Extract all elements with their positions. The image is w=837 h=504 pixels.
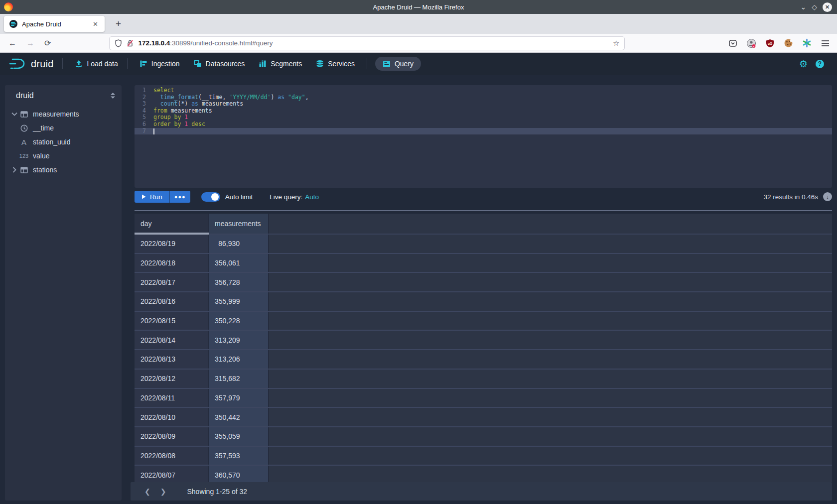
editor-line: 4from measurements (135, 108, 832, 115)
tree-item-label: station_uuid (33, 138, 71, 146)
auto-limit-toggle[interactable] (201, 192, 220, 202)
tree-item-label: value (33, 152, 49, 160)
cell-day[interactable]: 2022/08/09 (135, 427, 209, 446)
cell-day[interactable]: 2022/08/18 (135, 254, 209, 272)
cell-filler (269, 235, 832, 253)
run-button[interactable]: Run (135, 191, 169, 203)
bookmark-star-icon[interactable]: ☆ (613, 39, 619, 48)
forward-button[interactable]: → (23, 37, 38, 49)
run-bar: Run ●●● Auto limit Live query: Auto 32 r… (135, 189, 832, 204)
account-icon[interactable]: x (745, 37, 757, 49)
cell-measurements[interactable]: 357,979 (209, 389, 269, 407)
cell-day[interactable]: 2022/08/13 (135, 350, 209, 369)
minimize-icon[interactable]: ⌄ (800, 3, 806, 10)
datasources-icon (194, 60, 202, 68)
segments-icon (259, 60, 267, 68)
tree-item-station-uuid[interactable]: A station_uuid (5, 135, 122, 149)
cell-day[interactable]: 2022/08/07 (135, 466, 209, 482)
cell-day[interactable]: 2022/08/19 (135, 235, 209, 253)
url-text: 172.18.0.4:30899/unified-console.html#qu… (138, 39, 613, 47)
line-number: 6 (135, 121, 149, 128)
help-icon[interactable]: ? (816, 60, 824, 68)
cell-measurements[interactable]: 355,059 (209, 427, 269, 446)
cell-day[interactable]: 2022/08/10 (135, 408, 209, 426)
cell-measurements[interactable]: 355,999 (209, 292, 269, 311)
table-row: 2022/08/15350,228 (135, 312, 832, 331)
url-bar[interactable]: 172.18.0.4:30899/unified-console.html#qu… (109, 36, 625, 50)
number-type-icon: 123 (19, 153, 29, 159)
tree-item-stations[interactable]: stations (5, 163, 122, 177)
cell-measurements[interactable]: 86,930 (209, 235, 269, 253)
nav-item-segments[interactable]: Segments (259, 60, 302, 68)
cell-day[interactable]: 2022/08/12 (135, 370, 209, 388)
cell-measurements[interactable]: 315,682 (209, 370, 269, 388)
nav-item-datasources[interactable]: Datasources (194, 60, 245, 68)
column-header-day[interactable]: day (135, 214, 209, 234)
run-button-group: Run ●●● (135, 191, 190, 203)
auto-limit-label: Auto limit (225, 193, 253, 201)
cell-day[interactable]: 2022/08/14 (135, 331, 209, 349)
chevron-right-icon[interactable] (10, 167, 19, 173)
cell-measurements[interactable]: 350,442 (209, 408, 269, 426)
table-row: 2022/08/16355,999 (135, 292, 832, 312)
sorted-column-indicator (135, 233, 209, 235)
cell-measurements[interactable]: 350,228 (209, 312, 269, 330)
cell-measurements[interactable]: 360,570 (209, 466, 269, 482)
column-header-measurements[interactable]: measurements (209, 214, 269, 234)
maximize-icon[interactable]: ◇ (812, 3, 817, 10)
new-tab-button[interactable]: + (112, 18, 125, 29)
download-icon[interactable]: ↓ (823, 192, 832, 201)
settings-gear-icon[interactable]: ⚙ (799, 59, 808, 69)
schema-name: druid (16, 91, 34, 100)
live-query-value[interactable]: Auto (305, 193, 319, 201)
services-icon (316, 60, 324, 68)
cell-filler (269, 331, 832, 349)
nav-label: Query (395, 60, 414, 68)
prev-page-icon[interactable]: ❮ (140, 487, 155, 497)
cell-measurements[interactable]: 356,061 (209, 254, 269, 272)
table-icon (19, 111, 29, 118)
tab-close-icon[interactable]: ✕ (90, 19, 101, 29)
tree-item-measurements[interactable]: measurements (5, 107, 122, 121)
nav-item-query-active[interactable]: Query (375, 57, 421, 71)
cell-day[interactable]: 2022/08/11 (135, 389, 209, 407)
sort-icon[interactable] (110, 92, 116, 99)
containers-icon[interactable] (801, 37, 813, 49)
cell-day[interactable]: 2022/08/15 (135, 312, 209, 330)
insecure-lock-icon[interactable] (127, 39, 134, 47)
schema-sidebar: druid measurements __time (5, 85, 122, 501)
cell-measurements[interactable]: 357,593 (209, 447, 269, 465)
tree-item-time[interactable]: __time (5, 121, 122, 135)
nav-item-load-data[interactable]: Load data (75, 60, 118, 68)
tree-item-value[interactable]: 123 value (5, 149, 122, 163)
back-button[interactable]: ← (5, 37, 20, 49)
next-page-icon[interactable]: ❯ (155, 487, 171, 497)
cell-day[interactable]: 2022/08/17 (135, 273, 209, 291)
close-icon[interactable]: ✕ (823, 2, 832, 12)
pocket-icon[interactable] (727, 37, 739, 49)
nav-label: Load data (87, 60, 118, 68)
reload-button[interactable]: ⟳ (41, 37, 54, 49)
grid-header: day measurements (135, 214, 832, 235)
chevron-down-icon[interactable] (10, 112, 19, 116)
nav-label: Services (328, 60, 355, 68)
window-titlebar: Apache Druid — Mozilla Firefox ⌄ ◇ ✕ (0, 0, 837, 14)
tab-apache-druid[interactable]: Apache Druid ✕ (4, 16, 105, 32)
druid-logo-icon[interactable] (9, 57, 27, 70)
menu-icon[interactable] (819, 37, 831, 49)
cell-measurements[interactable]: 313,209 (209, 331, 269, 349)
druid-favicon-icon (9, 20, 17, 28)
cookie-icon[interactable] (782, 37, 794, 49)
shield-icon[interactable] (115, 39, 122, 47)
table-row: 2022/08/08357,593 (135, 447, 832, 466)
run-more-button[interactable]: ●●● (170, 191, 190, 203)
nav-item-services[interactable]: Services (316, 60, 355, 68)
sql-editor[interactable]: 1select2 time_format(__time, 'YYYY/MM/dd… (135, 85, 832, 188)
window-title: Apache Druid — Mozilla Firefox (0, 3, 837, 11)
nav-item-ingestion[interactable]: Ingestion (140, 60, 180, 68)
ublock-icon[interactable]: uO (764, 37, 776, 49)
cell-measurements[interactable]: 356,728 (209, 273, 269, 291)
cell-measurements[interactable]: 313,206 (209, 350, 269, 369)
cell-day[interactable]: 2022/08/08 (135, 447, 209, 465)
cell-day[interactable]: 2022/08/16 (135, 292, 209, 311)
